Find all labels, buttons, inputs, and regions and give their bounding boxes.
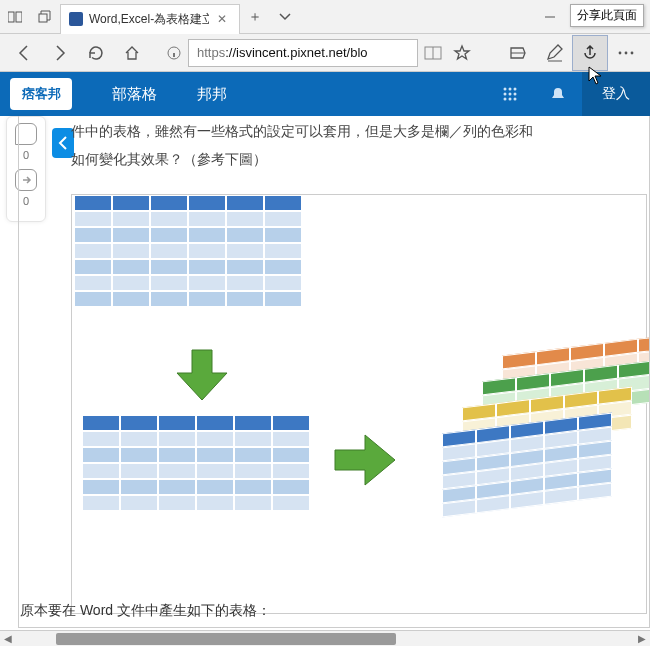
url-scheme: https [197, 45, 225, 60]
scroll-left-icon[interactable]: ◀ [0, 631, 16, 647]
diagram-figure [71, 194, 647, 614]
svg-point-16 [509, 88, 512, 91]
page-content: 件中的表格，雖然有一些格式的設定可以套用，但是大多是欄／列的色彩和 如何變化其效… [18, 116, 650, 628]
share-tooltip: 分享此頁面 [570, 4, 644, 27]
tabs-overview-icon[interactable] [0, 10, 30, 24]
notes-pen-icon[interactable] [536, 35, 572, 71]
scroll-thumb[interactable] [56, 633, 396, 645]
svg-point-20 [514, 93, 517, 96]
article-body: 件中的表格，雖然有一些格式的設定可以套用，但是大多是欄／列的色彩和 如何變化其效… [19, 120, 649, 614]
site-logo[interactable]: 痞客邦 [10, 78, 72, 110]
close-icon[interactable]: ✕ [217, 12, 227, 26]
svg-point-12 [619, 51, 622, 54]
svg-point-13 [625, 51, 628, 54]
tabs-chevron-icon[interactable] [270, 11, 300, 23]
svg-point-19 [509, 93, 512, 96]
more-menu-icon[interactable] [608, 35, 644, 71]
tab-preview-icon[interactable] [30, 10, 60, 24]
site-header: 痞客邦 部落格 邦邦 登入 [0, 72, 650, 116]
nav-bangbang[interactable]: 邦邦 [197, 85, 227, 104]
window-titlebar: Word,Excel-為表格建立| ✕ ＋ ✕ 分享此頁面 [0, 0, 650, 34]
home-button[interactable] [114, 35, 150, 71]
svg-rect-2 [39, 14, 47, 22]
article-next-line: 原本要在 Word 文件中產生如下的表格： [20, 602, 271, 620]
browser-tab[interactable]: Word,Excel-為表格建立| ✕ [60, 4, 240, 34]
login-button[interactable]: 登入 [582, 72, 650, 116]
url-input[interactable]: https://isvincent.pixnet.net/blo [188, 39, 418, 67]
back-button[interactable] [6, 35, 42, 71]
titlebar-left: Word,Excel-為表格建立| ✕ ＋ [0, 0, 300, 33]
horizontal-scrollbar[interactable]: ◀ ▶ [0, 630, 650, 646]
favicon-word-icon [69, 12, 83, 26]
scroll-right-icon[interactable]: ▶ [634, 631, 650, 647]
minimize-button[interactable] [530, 2, 570, 32]
forward-button[interactable] [42, 35, 78, 71]
diagram-table-left [82, 415, 310, 511]
svg-point-18 [504, 93, 507, 96]
new-tab-button[interactable]: ＋ [240, 8, 270, 26]
apps-grid-icon[interactable] [486, 72, 534, 116]
article-line-1: 件中的表格，雖然有一些格式的設定可以套用，但是大多是欄／列的色彩和 [71, 120, 647, 144]
svg-point-23 [514, 98, 517, 101]
svg-point-14 [631, 51, 634, 54]
bell-icon[interactable] [534, 72, 582, 116]
svg-point-15 [504, 88, 507, 91]
url-path: ://isvincent.pixnet.net/blo [225, 45, 367, 60]
diagram-stacked-tables [412, 345, 650, 585]
arrow-down-icon [172, 345, 232, 405]
refresh-button[interactable] [78, 35, 114, 71]
favorite-star-icon[interactable] [448, 35, 476, 71]
diagram-table-top [74, 195, 302, 307]
svg-point-21 [504, 98, 507, 101]
site-info-icon[interactable] [160, 35, 188, 71]
address-bar: https://isvincent.pixnet.net/blo [0, 34, 650, 72]
tab-title: Word,Excel-為表格建立| [89, 11, 209, 28]
favorites-hub-icon[interactable] [500, 35, 536, 71]
scroll-track[interactable] [16, 632, 634, 646]
arrow-right-icon [330, 430, 400, 490]
svg-rect-1 [16, 12, 22, 22]
svg-rect-0 [8, 12, 14, 22]
nav-blog[interactable]: 部落格 [112, 85, 157, 104]
svg-point-17 [514, 88, 517, 91]
reading-view-icon[interactable] [418, 35, 448, 71]
share-button[interactable] [572, 35, 608, 71]
article-line-2: 如何變化其效果？（參考下圖） [71, 148, 647, 172]
svg-point-22 [509, 98, 512, 101]
